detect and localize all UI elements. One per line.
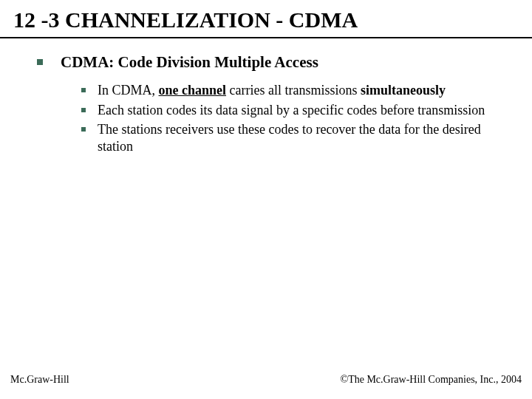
slide-title: 12 -3 CHANNELIZATION - CDMA	[13, 7, 358, 32]
level1-text: CDMA: Code Division Multiple Access	[61, 53, 318, 72]
underline-text: one channel	[159, 83, 227, 98]
square-bullet-icon	[81, 127, 86, 132]
bold-text: simultaneously	[361, 83, 446, 98]
level2-text: The stations receivers use these codes t…	[98, 121, 510, 154]
level2-text: Each station codes its data signal by a …	[98, 102, 485, 119]
list-item: Each station codes its data signal by a …	[81, 102, 510, 119]
text-fragment: carries all transmissions	[226, 83, 361, 98]
list-item: CDMA: Code Division Multiple Access	[37, 53, 510, 72]
list-item: The stations receivers use these codes t…	[81, 121, 510, 154]
level2-text: In CDMA, one channel carries all transmi…	[98, 82, 446, 99]
text-fragment: In CDMA,	[98, 83, 159, 98]
title-bar: 12 -3 CHANNELIZATION - CDMA	[0, 0, 532, 38]
list-item: In CDMA, one channel carries all transmi…	[81, 82, 510, 99]
slide: 12 -3 CHANNELIZATION - CDMA CDMA: Code D…	[0, 0, 532, 399]
square-bullet-icon	[81, 88, 86, 92]
footer-right: ©The Mc.Graw-Hill Companies, Inc., 2004	[341, 374, 522, 386]
square-bullet-icon	[37, 59, 43, 65]
square-bullet-icon	[81, 108, 86, 112]
slide-body: CDMA: Code Division Multiple Access In C…	[0, 38, 532, 154]
footer-left: Mc.Graw-Hill	[10, 374, 69, 386]
